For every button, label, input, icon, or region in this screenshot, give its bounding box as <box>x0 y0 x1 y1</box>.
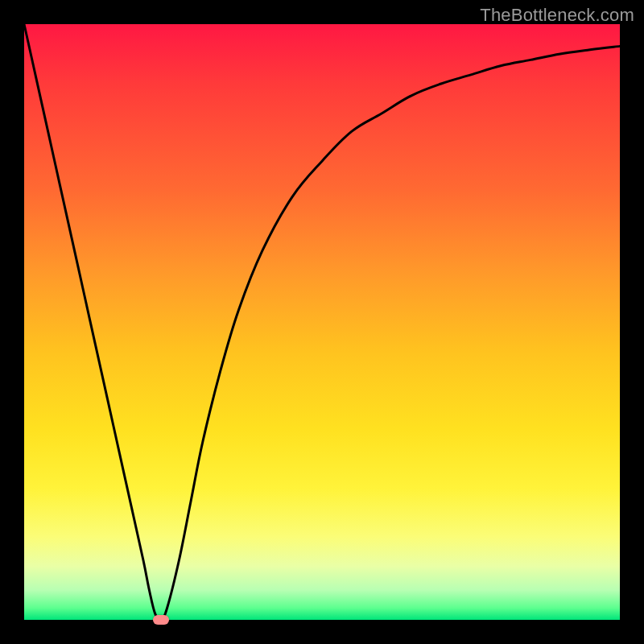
bottleneck-curve <box>24 24 620 620</box>
optimum-marker <box>153 615 169 625</box>
watermark-label: TheBottleneck.com <box>480 5 634 26</box>
chart-frame: TheBottleneck.com <box>0 0 644 644</box>
curve-layer <box>24 24 620 620</box>
plot-area <box>24 24 620 620</box>
